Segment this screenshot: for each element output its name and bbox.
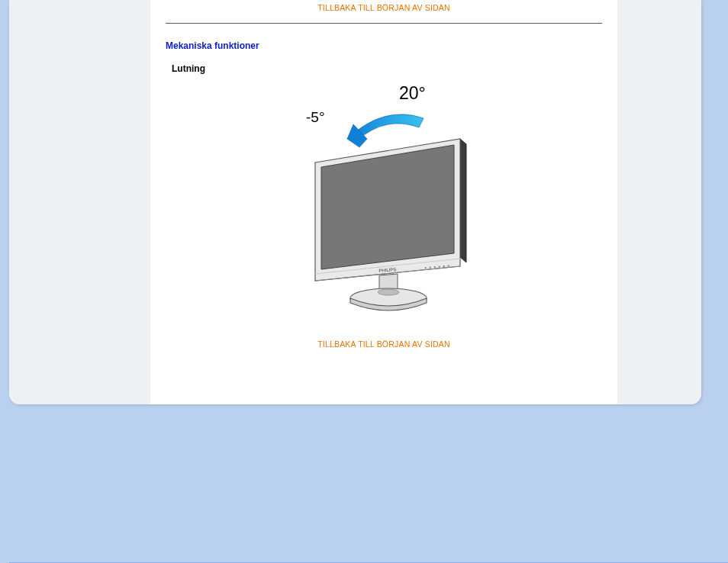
section-title: Mekaniska funktioner — [166, 40, 602, 51]
svg-marker-3 — [321, 145, 454, 269]
svg-marker-1 — [460, 139, 466, 262]
document-body: TILLBAKA TILL BÖRJAN AV SIDAN Mekaniska … — [150, 0, 617, 404]
back-to-top-link[interactable]: TILLBAKA TILL BÖRJAN AV SIDAN — [166, 3, 602, 12]
left-sidebar-gutter — [9, 0, 150, 404]
page-wrapper: TILLBAKA TILL BÖRJAN AV SIDAN Mekaniska … — [9, 0, 701, 404]
monitor-illustration: -5° 20° — [269, 82, 498, 326]
monitor-svg-icon: PHILIPS — [277, 97, 498, 326]
tilt-figure: -5° 20° — [166, 82, 602, 326]
svg-point-12 — [378, 289, 399, 295]
section-divider — [166, 23, 602, 24]
subheading-tilt: Lutning — [172, 63, 602, 74]
content-frame: TILLBAKA TILL BÖRJAN AV SIDAN Mekaniska … — [9, 0, 701, 404]
right-gutter — [617, 0, 701, 404]
back-to-top-link-bottom[interactable]: TILLBAKA TILL BÖRJAN AV SIDAN — [166, 339, 602, 349]
